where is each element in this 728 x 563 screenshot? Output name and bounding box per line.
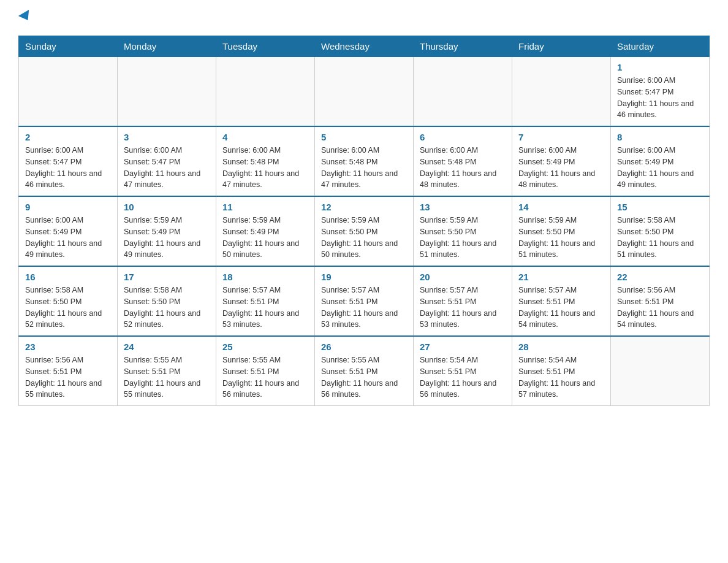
day-info: Sunrise: 6:00 AMSunset: 5:48 PMDaylight:… xyxy=(420,145,506,191)
day-number: 26 xyxy=(321,342,407,352)
calendar-table: SundayMondayTuesdayWednesdayThursdayFrid… xyxy=(18,36,710,406)
day-number: 19 xyxy=(321,272,407,282)
logo-arrow-icon xyxy=(18,10,33,23)
calendar-header-monday: Monday xyxy=(118,36,216,57)
day-info: Sunrise: 5:59 AMSunset: 5:49 PMDaylight:… xyxy=(124,215,210,261)
calendar-cell: 20Sunrise: 5:57 AMSunset: 5:51 PMDayligh… xyxy=(414,266,512,336)
day-number: 11 xyxy=(222,202,308,212)
calendar-header-tuesday: Tuesday xyxy=(216,36,315,57)
day-number: 27 xyxy=(420,342,506,352)
calendar-cell: 17Sunrise: 5:58 AMSunset: 5:50 PMDayligh… xyxy=(118,266,216,336)
day-info: Sunrise: 5:57 AMSunset: 5:51 PMDaylight:… xyxy=(420,285,506,331)
day-number: 16 xyxy=(25,272,111,282)
day-info: Sunrise: 5:58 AMSunset: 5:50 PMDaylight:… xyxy=(617,215,703,261)
calendar-cell: 21Sunrise: 5:57 AMSunset: 5:51 PMDayligh… xyxy=(512,266,611,336)
day-info: Sunrise: 6:00 AMSunset: 5:49 PMDaylight:… xyxy=(617,145,703,191)
calendar-cell: 28Sunrise: 5:54 AMSunset: 5:51 PMDayligh… xyxy=(512,336,611,406)
calendar-cell: 5Sunrise: 6:00 AMSunset: 5:48 PMDaylight… xyxy=(315,126,414,196)
day-info: Sunrise: 5:58 AMSunset: 5:50 PMDaylight:… xyxy=(25,285,111,331)
day-info: Sunrise: 5:56 AMSunset: 5:51 PMDaylight:… xyxy=(25,354,111,400)
day-number: 13 xyxy=(420,202,506,212)
calendar-cell xyxy=(315,57,414,127)
day-number: 28 xyxy=(518,342,604,352)
day-number: 14 xyxy=(518,202,604,212)
week-row: 2Sunrise: 6:00 AMSunset: 5:47 PMDaylight… xyxy=(19,126,710,196)
day-number: 9 xyxy=(25,202,111,212)
day-info: Sunrise: 5:59 AMSunset: 5:50 PMDaylight:… xyxy=(420,215,506,261)
page-header xyxy=(18,12,710,23)
day-info: Sunrise: 6:00 AMSunset: 5:49 PMDaylight:… xyxy=(518,145,604,191)
day-info: Sunrise: 5:55 AMSunset: 5:51 PMDaylight:… xyxy=(321,354,407,400)
calendar-cell: 12Sunrise: 5:59 AMSunset: 5:50 PMDayligh… xyxy=(315,196,414,266)
calendar-cell: 27Sunrise: 5:54 AMSunset: 5:51 PMDayligh… xyxy=(414,336,512,406)
calendar-cell: 24Sunrise: 5:55 AMSunset: 5:51 PMDayligh… xyxy=(118,336,216,406)
calendar-cell xyxy=(414,57,512,127)
calendar-cell xyxy=(19,57,118,127)
day-number: 4 xyxy=(222,132,308,142)
day-number: 8 xyxy=(617,132,703,142)
day-info: Sunrise: 5:54 AMSunset: 5:51 PMDaylight:… xyxy=(420,354,506,400)
day-number: 24 xyxy=(124,342,210,352)
day-info: Sunrise: 5:55 AMSunset: 5:51 PMDaylight:… xyxy=(124,354,210,400)
day-number: 25 xyxy=(222,342,308,352)
day-number: 2 xyxy=(25,132,111,142)
day-number: 10 xyxy=(124,202,210,212)
calendar-header-sunday: Sunday xyxy=(19,36,118,57)
calendar-header-friday: Friday xyxy=(512,36,611,57)
calendar-cell: 19Sunrise: 5:57 AMSunset: 5:51 PMDayligh… xyxy=(315,266,414,336)
day-info: Sunrise: 6:00 AMSunset: 5:48 PMDaylight:… xyxy=(321,145,407,191)
calendar-cell xyxy=(512,57,611,127)
calendar-cell xyxy=(216,57,315,127)
week-row: 16Sunrise: 5:58 AMSunset: 5:50 PMDayligh… xyxy=(19,266,710,336)
week-row: 23Sunrise: 5:56 AMSunset: 5:51 PMDayligh… xyxy=(19,336,710,406)
day-info: Sunrise: 6:00 AMSunset: 5:47 PMDaylight:… xyxy=(25,145,111,191)
calendar-cell: 15Sunrise: 5:58 AMSunset: 5:50 PMDayligh… xyxy=(611,196,710,266)
calendar-header-thursday: Thursday xyxy=(414,36,512,57)
week-row: 1Sunrise: 6:00 AMSunset: 5:47 PMDaylight… xyxy=(19,57,710,127)
calendar-cell: 13Sunrise: 5:59 AMSunset: 5:50 PMDayligh… xyxy=(414,196,512,266)
calendar-cell: 16Sunrise: 5:58 AMSunset: 5:50 PMDayligh… xyxy=(19,266,118,336)
calendar-cell: 25Sunrise: 5:55 AMSunset: 5:51 PMDayligh… xyxy=(216,336,315,406)
day-number: 21 xyxy=(518,272,604,282)
day-info: Sunrise: 5:55 AMSunset: 5:51 PMDaylight:… xyxy=(222,354,308,400)
day-number: 7 xyxy=(518,132,604,142)
calendar-cell: 18Sunrise: 5:57 AMSunset: 5:51 PMDayligh… xyxy=(216,266,315,336)
calendar-header-row: SundayMondayTuesdayWednesdayThursdayFrid… xyxy=(19,36,710,57)
calendar-cell: 4Sunrise: 6:00 AMSunset: 5:48 PMDaylight… xyxy=(216,126,315,196)
calendar-cell: 14Sunrise: 5:59 AMSunset: 5:50 PMDayligh… xyxy=(512,196,611,266)
calendar-cell: 8Sunrise: 6:00 AMSunset: 5:49 PMDaylight… xyxy=(611,126,710,196)
calendar-cell: 9Sunrise: 6:00 AMSunset: 5:49 PMDaylight… xyxy=(19,196,118,266)
day-info: Sunrise: 6:00 AMSunset: 5:47 PMDaylight:… xyxy=(124,145,210,191)
calendar-cell: 1Sunrise: 6:00 AMSunset: 5:47 PMDaylight… xyxy=(611,57,710,127)
calendar-cell: 10Sunrise: 5:59 AMSunset: 5:49 PMDayligh… xyxy=(118,196,216,266)
day-number: 23 xyxy=(25,342,111,352)
day-info: Sunrise: 5:57 AMSunset: 5:51 PMDaylight:… xyxy=(321,285,407,331)
day-info: Sunrise: 6:00 AMSunset: 5:49 PMDaylight:… xyxy=(25,215,111,261)
calendar-cell: 22Sunrise: 5:56 AMSunset: 5:51 PMDayligh… xyxy=(611,266,710,336)
calendar-cell xyxy=(611,336,710,406)
day-number: 5 xyxy=(321,132,407,142)
day-info: Sunrise: 5:57 AMSunset: 5:51 PMDaylight:… xyxy=(518,285,604,331)
calendar-cell: 3Sunrise: 6:00 AMSunset: 5:47 PMDaylight… xyxy=(118,126,216,196)
day-number: 12 xyxy=(321,202,407,212)
calendar-header-wednesday: Wednesday xyxy=(315,36,414,57)
calendar-cell: 6Sunrise: 6:00 AMSunset: 5:48 PMDaylight… xyxy=(414,126,512,196)
calendar-cell: 23Sunrise: 5:56 AMSunset: 5:51 PMDayligh… xyxy=(19,336,118,406)
logo xyxy=(18,12,32,23)
calendar-header-saturday: Saturday xyxy=(611,36,710,57)
logo-blue-part xyxy=(18,12,32,23)
day-number: 18 xyxy=(222,272,308,282)
day-info: Sunrise: 5:54 AMSunset: 5:51 PMDaylight:… xyxy=(518,354,604,400)
day-number: 17 xyxy=(124,272,210,282)
day-number: 1 xyxy=(617,62,703,72)
day-number: 20 xyxy=(420,272,506,282)
day-number: 15 xyxy=(617,202,703,212)
day-info: Sunrise: 5:59 AMSunset: 5:50 PMDaylight:… xyxy=(518,215,604,261)
day-info: Sunrise: 6:00 AMSunset: 5:48 PMDaylight:… xyxy=(222,145,308,191)
calendar-cell: 7Sunrise: 6:00 AMSunset: 5:49 PMDaylight… xyxy=(512,126,611,196)
day-number: 6 xyxy=(420,132,506,142)
day-info: Sunrise: 5:56 AMSunset: 5:51 PMDaylight:… xyxy=(617,285,703,331)
week-row: 9Sunrise: 6:00 AMSunset: 5:49 PMDaylight… xyxy=(19,196,710,266)
day-info: Sunrise: 6:00 AMSunset: 5:47 PMDaylight:… xyxy=(617,75,703,121)
day-number: 3 xyxy=(124,132,210,142)
